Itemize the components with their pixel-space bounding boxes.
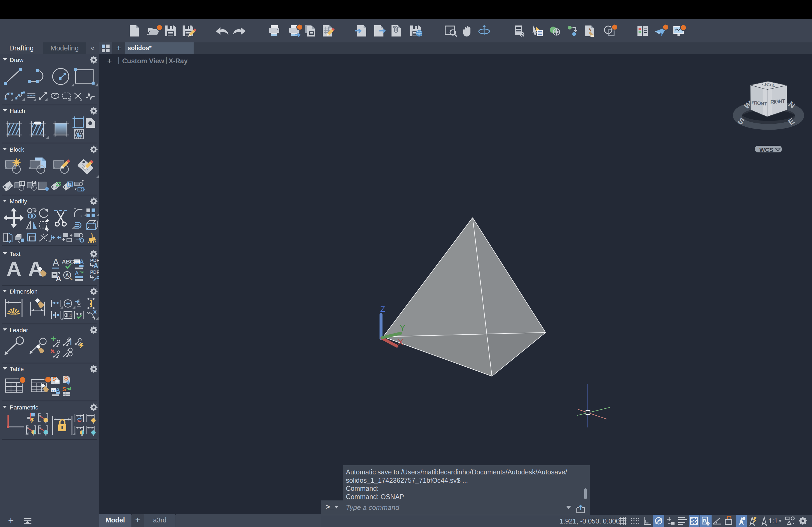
svg-text:Hatch: Hatch	[10, 108, 25, 114]
svg-text:.1: .1	[69, 313, 72, 318]
svg-text:Table: Table	[10, 366, 24, 373]
svg-text:Y: Y	[400, 323, 405, 332]
svg-text:Draw: Draw	[10, 57, 23, 63]
svg-text:Block: Block	[10, 146, 25, 153]
svg-text:Leader: Leader	[10, 327, 28, 333]
svg-text:A: A	[52, 257, 59, 268]
svg-text:Z: Z	[380, 304, 385, 313]
svg-text:A: A	[56, 274, 61, 282]
svg-text:A: A	[65, 272, 69, 278]
svg-text:Dimension: Dimension	[10, 288, 38, 295]
svg-text:S: S	[64, 375, 68, 382]
svg-text:X: X	[93, 309, 97, 315]
svg-text:A: A	[56, 387, 60, 393]
svg-text:Text: Text	[10, 251, 20, 257]
svg-text:A: A	[79, 258, 84, 266]
svg-text:A: A	[93, 262, 99, 270]
svg-text:1:1: 1:1	[768, 517, 778, 525]
svg-text:Parametric: Parametric	[10, 404, 38, 411]
svg-text:RIGHT: RIGHT	[770, 98, 785, 105]
svg-text:Modify: Modify	[10, 198, 27, 205]
svg-text:ABC: ABC	[62, 258, 74, 265]
svg-text:PDF: PDF	[90, 270, 99, 275]
svg-text:S: S	[62, 386, 66, 393]
svg-text:A: A	[75, 270, 79, 277]
svg-text:B: B	[703, 518, 706, 524]
svg-text:A: A	[6, 257, 21, 281]
svg-text:X: X	[398, 337, 403, 346]
